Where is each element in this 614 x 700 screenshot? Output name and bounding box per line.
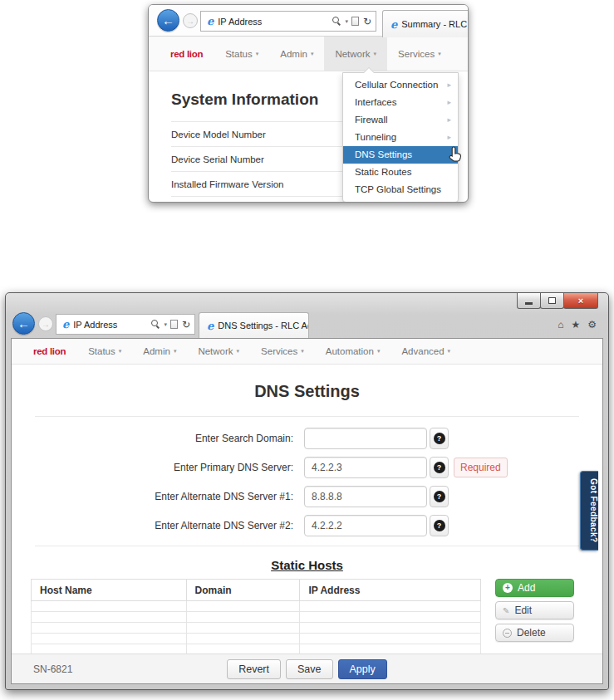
restore-button[interactable] [540, 293, 564, 309]
edit-button[interactable]: ✎ Edit [495, 601, 574, 619]
menu-item-dns-settings[interactable]: DNS Settings [343, 146, 458, 164]
help-button[interactable]: ? [430, 486, 449, 507]
chevron-down-icon: ▾ [256, 51, 259, 57]
address-bar[interactable]: e IP Address ▾ ↻ [200, 11, 376, 32]
back-icon: ← [162, 13, 174, 27]
page-viewport: red lion Status▾ Admin▾ Network▾ Service… [11, 338, 603, 684]
forward-button[interactable]: → [38, 316, 53, 331]
refresh-icon[interactable]: ↻ [182, 319, 190, 330]
chevron-down-icon: ▾ [119, 348, 122, 355]
menu-item-static-routes[interactable]: Static Routes [343, 164, 458, 181]
submenu-arrow-icon: ▸ [447, 94, 451, 111]
browser-chrome: ← → e IP Address ▾ ↻ e Summary - RLC Ad [149, 5, 468, 37]
required-badge: Required [454, 458, 508, 477]
forward-button[interactable]: → [183, 13, 198, 28]
apply-button[interactable]: Apply [338, 659, 387, 679]
got-feedback-tab[interactable]: Got Feedback? [580, 471, 598, 551]
table-row[interactable] [32, 634, 481, 644]
address-bar[interactable]: e IP Address ▾ ↻ [56, 314, 195, 335]
field-label: Enter Alternate DNS Server #1: [12, 491, 304, 502]
save-button[interactable]: Save [286, 659, 333, 679]
delete-minus-icon [503, 629, 512, 638]
revert-button[interactable]: Revert [227, 659, 281, 679]
form-row-search-domain: Enter Search Domain: ? [12, 428, 602, 449]
table-row[interactable] [32, 612, 481, 623]
menu-item-tunneling[interactable]: Tunneling▸ [343, 129, 458, 146]
window-controls: × [518, 293, 598, 309]
chevron-down-icon: ▾ [448, 348, 451, 355]
refresh-icon[interactable]: ↻ [363, 16, 371, 27]
back-button[interactable]: ← [12, 312, 35, 335]
alternate-dns-2-input[interactable] [304, 515, 427, 536]
home-icon[interactable]: ⌂ [558, 319, 563, 330]
help-button[interactable]: ? [430, 515, 449, 536]
search-dropdown-icon[interactable]: ▾ [345, 18, 348, 25]
ie-icon: e [207, 15, 214, 27]
red-lion-logo: red lion [170, 49, 203, 59]
back-icon: ← [17, 316, 30, 330]
nav-item-status[interactable]: Status▾ [214, 37, 269, 71]
gear-icon[interactable]: ⚙ [587, 319, 597, 330]
menu-item-tcp-global-settings[interactable]: TCP Global Settings [343, 181, 458, 198]
close-button[interactable]: × [563, 293, 598, 309]
add-button[interactable]: + Add [495, 579, 574, 597]
form-row-alternate-dns-1: Enter Alternate DNS Server #1: ? [12, 486, 602, 507]
nav-item-admin[interactable]: Admin▾ [269, 37, 324, 71]
search-icon[interactable] [332, 17, 341, 26]
menu-item-interfaces[interactable]: Interfaces▸ [343, 94, 458, 111]
favorites-star-icon[interactable]: ★ [571, 319, 580, 330]
nav-item-advanced[interactable]: Advanced▾ [391, 339, 461, 364]
divider [35, 546, 579, 546]
tab-title: DNS Settings - RLC Admini... [218, 321, 309, 330]
nav-item-network[interactable]: Network▾ [324, 37, 387, 71]
menu-item-firewall[interactable]: Firewall▸ [343, 111, 458, 129]
delete-button[interactable]: Delete [495, 624, 574, 642]
nav-item-services[interactable]: Services▾ [387, 37, 452, 71]
field-label: Enter Primary DNS Server: [12, 462, 304, 473]
close-icon: × [578, 296, 583, 306]
nav-item-network[interactable]: Network▾ [187, 339, 250, 364]
static-hosts-table: Host Name Domain IP Address [31, 579, 481, 655]
table-action-buttons: + Add ✎ Edit Delete [495, 579, 574, 646]
table-row[interactable] [32, 623, 481, 634]
help-icon: ? [434, 462, 445, 473]
chevron-down-icon: ▾ [377, 348, 381, 355]
menu-item-cellular-connection[interactable]: Cellular Connection▸ [343, 76, 458, 94]
network-dropdown-menu: Cellular Connection▸ Interfaces▸ Firewal… [342, 72, 459, 203]
search-domain-input[interactable] [304, 428, 427, 449]
field-label: Enter Alternate DNS Server #2: [12, 520, 304, 531]
chevron-down-icon: ▾ [374, 51, 377, 57]
help-button[interactable]: ? [430, 428, 449, 449]
search-icon[interactable] [151, 320, 160, 329]
ie-icon: e [391, 18, 397, 31]
submenu-arrow-icon: ▸ [447, 129, 451, 146]
primary-dns-input[interactable] [304, 457, 427, 478]
browser-tab[interactable]: e Summary - RLC Ad [382, 10, 469, 37]
back-button[interactable]: ← [157, 9, 179, 32]
dns-settings-browser-window: × ← → e IP Address ▾ ↻ e DNS Settings - … [5, 292, 609, 690]
table-row[interactable] [32, 601, 481, 612]
help-button[interactable]: ? [430, 457, 449, 478]
alternate-dns-1-input[interactable] [304, 486, 427, 507]
nav-item-services[interactable]: Services▾ [250, 339, 315, 364]
chevron-down-icon: ▾ [311, 51, 314, 57]
field-label: Enter Search Domain: [12, 433, 304, 444]
compat-view-icon[interactable] [170, 320, 178, 329]
nav-item-automation[interactable]: Automation▾ [315, 339, 391, 364]
column-header-domain: Domain [186, 580, 300, 601]
chevron-down-icon: ▾ [438, 51, 441, 57]
compat-view-icon[interactable] [351, 17, 359, 26]
hand-cursor-icon [449, 146, 464, 164]
submenu-arrow-icon: ▸ [447, 111, 451, 129]
column-header-host-name: Host Name [32, 580, 187, 601]
nav-item-status[interactable]: Status▾ [77, 339, 132, 364]
dns-form: Enter Search Domain: ? Enter Primary DNS… [12, 428, 602, 536]
chevron-down-icon: ▾ [237, 348, 240, 355]
main-nav: red lion Status▾ Admin▾ Network▾ Service… [149, 37, 468, 71]
address-text: IP Address [218, 17, 332, 27]
nav-item-admin[interactable]: Admin▾ [132, 339, 187, 364]
search-dropdown-icon[interactable]: ▾ [164, 321, 167, 328]
browser-tab[interactable]: e DNS Settings - RLC Admini... × [199, 312, 309, 338]
serial-number: SN-6821 [33, 663, 72, 675]
minimize-button[interactable] [517, 293, 541, 309]
